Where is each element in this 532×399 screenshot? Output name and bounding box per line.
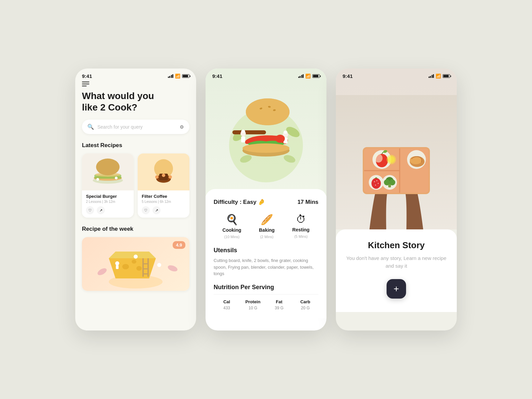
battery-icon-3: [443, 74, 450, 78]
nutrition-fat-value: 39 G: [275, 306, 283, 310]
recipe-card-2-favorite-btn[interactable]: ♡: [142, 206, 150, 214]
recipe-card-1-info: Special Burger 2 Lessons | 3h 12m ♡ ↗: [82, 190, 134, 218]
wifi-icon-1: 📶: [175, 74, 180, 79]
wifi-icon-2: 📶: [305, 74, 311, 79]
svg-point-29: [167, 264, 178, 272]
time-3: 9:41: [343, 73, 353, 79]
recipe-card-2-actions: ♡ ↗: [142, 206, 185, 214]
nutrition-grid: Cal 433 Protein 10 G Fat 39 G Carb 20 G: [214, 294, 318, 310]
status-bar-3: 9:41 📶: [336, 69, 457, 82]
s3-subtitle: You don't have any story, Learn a new re…: [345, 255, 447, 270]
svg-rect-25: [116, 265, 119, 269]
svg-point-16: [122, 264, 129, 269]
svg-point-4: [96, 159, 120, 175]
recipe-card-1-title: Special Burger: [86, 194, 130, 199]
search-bar[interactable]: 🔍 Search for your query ⚙: [82, 120, 189, 134]
nutrition-protein: Protein 10 G: [240, 299, 266, 310]
svg-point-5: [96, 178, 99, 181]
svg-point-24: [115, 261, 119, 265]
screen2: 9:41 📶: [206, 69, 326, 330]
nutrition-title: Nutrition Per Serving: [214, 284, 318, 291]
step-cooking: 🍳 Cooking (10 Mins): [222, 214, 241, 239]
recipe-card-2-info: Filter Coffee 5 Lessons | 6h 12m ♡ ↗: [138, 190, 189, 218]
svg-point-11: [169, 175, 172, 179]
recipe-card-1-meta: 2 Lessons | 3h 12m: [86, 200, 130, 204]
svg-rect-23: [142, 273, 149, 274]
status-bar-2: 9:41 📶: [206, 69, 326, 82]
svg-rect-50: [284, 131, 287, 133]
filter-icon[interactable]: ⚙: [180, 124, 184, 130]
svg-point-6: [115, 177, 118, 179]
week-recipe-rating: 4.9: [173, 241, 185, 249]
svg-rect-44: [241, 136, 245, 142]
difficulty-row: Difficulty : Easy 🤌 17 Mins: [214, 198, 318, 206]
screens-container: 9:41 📶: [75, 69, 457, 330]
svg-point-10: [155, 175, 159, 179]
svg-point-70: [375, 185, 376, 186]
time-2: 9:41: [212, 73, 222, 79]
cooking-icon: 🍳: [226, 214, 238, 225]
nutrition-cal-value: 433: [223, 306, 230, 310]
time-1: 9:41: [82, 73, 92, 79]
svg-point-78: [388, 156, 395, 163]
recipe-card-1-actions: ♡ ↗: [86, 206, 130, 214]
svg-point-18: [132, 260, 136, 264]
step-baking-name: Baking: [259, 227, 275, 233]
svg-point-28: [96, 267, 108, 276]
signal-icon-2: [298, 74, 304, 78]
recipe-card-2-share-btn[interactable]: ↗: [152, 206, 161, 214]
battery-icon-2: [312, 74, 320, 78]
screen3: 9:41 📶: [336, 69, 457, 330]
resting-icon: ⏱: [296, 214, 306, 225]
wifi-icon-3: 📶: [436, 74, 441, 79]
utensils-text: Cutting board, knife, 2 bowls, fine grat…: [214, 257, 318, 277]
s2-hero-illustration: [206, 82, 326, 196]
signal-icon-3: [429, 74, 434, 78]
s1-main-content: What would you like 2 Cook? 🔍 Search for…: [75, 82, 196, 298]
s3-hero: [336, 82, 457, 229]
add-icon: +: [394, 283, 399, 294]
nutrition-fat-label: Fat: [276, 299, 282, 304]
difficulty-label: Difficulty : Easy 🤌: [214, 198, 265, 206]
screen1: 9:41 📶: [75, 69, 196, 330]
recipe-card-1-favorite-btn[interactable]: ♡: [86, 206, 94, 214]
svg-point-69: [376, 180, 378, 181]
svg-point-27: [157, 263, 161, 267]
nutrition-protein-label: Protein: [246, 299, 261, 304]
signal-icon-1: [168, 74, 174, 78]
cooking-steps: 🍳 Cooking (10 Mins) 🥖 Baking (2 Mins) ⏱ …: [214, 214, 318, 239]
search-placeholder-text: Search for your query: [97, 124, 180, 130]
nutrition-fat: Fat 39 G: [266, 299, 292, 310]
svg-point-61: [374, 154, 383, 163]
step-resting-time: (5 Mins): [294, 234, 308, 238]
hamburger-menu-icon[interactable]: [82, 82, 189, 86]
time-label: 17 Mins: [298, 199, 318, 206]
add-story-button[interactable]: +: [387, 279, 406, 299]
status-bar-1: 9:41 📶: [75, 69, 196, 82]
baking-icon: 🥖: [261, 214, 273, 225]
svg-rect-46: [242, 130, 245, 132]
recipe-card-1-share-btn[interactable]: ↗: [97, 206, 105, 214]
utensils-title: Utensils: [214, 247, 318, 254]
recipe-card-2-image: [138, 153, 189, 190]
s2-details: Difficulty : Easy 🤌 17 Mins 🍳 Cooking (1…: [206, 189, 326, 318]
svg-point-51: [275, 135, 285, 143]
recipe-card-1-image: [82, 153, 134, 190]
svg-point-36: [246, 98, 290, 125]
recipe-card-2[interactable]: Filter Coffee 5 Lessons | 6h 12m ♡ ↗: [138, 153, 189, 218]
s3-title: Kitchen Story: [345, 240, 447, 251]
svg-point-67: [371, 178, 381, 189]
status-icons-1: 📶: [168, 74, 190, 79]
svg-point-17: [136, 266, 142, 271]
nutrition-cal-label: Cal: [223, 299, 230, 304]
week-recipe-title: Recipe of the week: [82, 226, 189, 232]
svg-point-26: [134, 255, 138, 259]
step-baking: 🥖 Baking (2 Mins): [259, 214, 275, 239]
week-recipe-card[interactable]: 4.9: [82, 237, 189, 291]
svg-point-12: [162, 174, 165, 177]
svg-rect-40: [232, 130, 266, 134]
svg-rect-76: [388, 184, 391, 187]
recipe-card-1[interactable]: Special Burger 2 Lessons | 3h 12m ♡ ↗: [82, 153, 134, 218]
status-icons-3: 📶: [429, 74, 450, 79]
nutrition-carb-label: Carb: [300, 299, 310, 304]
